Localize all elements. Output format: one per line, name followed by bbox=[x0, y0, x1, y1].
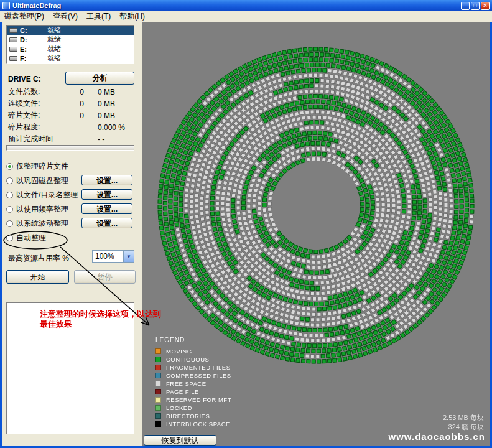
stat-row: 预计完成时间- - bbox=[8, 133, 135, 145]
legend-item: PAGE FILE bbox=[155, 388, 231, 396]
legend-label: LOCKED bbox=[166, 404, 192, 411]
legend-label: INTERBLOCK SPACE bbox=[166, 421, 230, 427]
legend-item: FRAGMENTED FILES bbox=[155, 363, 231, 371]
option-row: 以巩固磁盘整理设置... bbox=[6, 174, 134, 188]
stat-label: 连续文件: bbox=[8, 98, 65, 109]
disk-panel: LEGEND MOVINGCONTIGUOUSFRAGMENTED FILESC… bbox=[142, 22, 490, 446]
stat-count: 0 bbox=[65, 88, 84, 96]
stat-label: 碎片程度: bbox=[8, 122, 65, 133]
stat-count: 0 bbox=[65, 100, 84, 108]
stat-row: 碎片程度:0.000 % bbox=[8, 121, 135, 133]
menu-item-defrag[interactable]: 磁盘整理(P) bbox=[0, 11, 49, 22]
legend-swatch-icon bbox=[155, 397, 161, 403]
legend-swatch-icon bbox=[155, 348, 161, 354]
legend-item: FREE SPACE bbox=[155, 380, 231, 388]
option-label: 以文件/目录名整理 bbox=[16, 190, 78, 200]
option-row: 仅整理碎片文件 bbox=[6, 159, 134, 174]
radio-button[interactable] bbox=[6, 235, 13, 241]
legend-items: MOVINGCONTIGUOUSFRAGMENTED FILESCOMPRESS… bbox=[155, 347, 231, 428]
radio-button[interactable] bbox=[6, 192, 13, 198]
stat-row: 连续文件:00 MB bbox=[8, 98, 135, 110]
menu-item-tools[interactable]: 工具(T) bbox=[82, 11, 115, 22]
start-button[interactable]: 开始 bbox=[6, 270, 69, 284]
stat-size: - - bbox=[84, 135, 135, 144]
legend-label: FRAGMENTED FILES bbox=[166, 364, 231, 371]
progress-bar bbox=[6, 145, 134, 151]
restore-defaults-button[interactable]: 恢复到默认 bbox=[144, 435, 216, 446]
pause-button: 暂停 bbox=[74, 270, 136, 284]
legend-label: CONTIGUOUS bbox=[166, 356, 209, 363]
radio-button[interactable] bbox=[6, 206, 13, 213]
analyze-button[interactable]: 分析 bbox=[65, 72, 134, 85]
resource-usage-value: 100% bbox=[93, 252, 123, 261]
menu-item-help[interactable]: 帮助(H) bbox=[115, 11, 149, 22]
option-label: 自动整理 bbox=[16, 233, 46, 243]
legend-swatch-icon bbox=[155, 381, 161, 386]
menu-bar: 磁盘整理(P) 查看(V) 工具(T) 帮助(H) bbox=[0, 11, 492, 22]
maximize-button[interactable]: □ bbox=[471, 2, 480, 10]
radio-button[interactable] bbox=[6, 163, 13, 170]
resource-usage-label: 最高资源占用率 % bbox=[8, 253, 69, 264]
drive-letter: E: bbox=[20, 45, 34, 53]
settings-button[interactable]: 设置... bbox=[81, 218, 132, 228]
settings-button[interactable]: 设置... bbox=[81, 175, 132, 185]
options-group: 仅整理碎片文件以巩固磁盘整理设置...以文件/目录名整理设置...以使用频率整理… bbox=[6, 159, 134, 245]
legend-item: COMPRESSED FILES bbox=[155, 371, 231, 380]
stat-row: 文件总数:00 MB bbox=[8, 86, 135, 98]
minimize-button[interactable]: – bbox=[461, 2, 470, 10]
drive-status: 就绪 bbox=[47, 44, 61, 54]
option-label: 以使用频率整理 bbox=[16, 204, 68, 215]
drive-row[interactable]: F:就绪 bbox=[7, 54, 134, 63]
close-button[interactable]: ✕ bbox=[481, 2, 490, 10]
drive-row[interactable]: C:就绪 bbox=[7, 26, 134, 35]
drive-row[interactable]: E:就绪 bbox=[7, 44, 134, 54]
stat-label: 文件总数: bbox=[8, 86, 65, 97]
title-bar: UltimateDefrag – □ ✕ bbox=[0, 0, 492, 11]
chevron-down-icon[interactable]: ▼ bbox=[123, 251, 134, 262]
main-area: C:就绪D:就绪E:就绪F:就绪 DRIVE C: 分析 文件总数:00 MB连… bbox=[2, 22, 490, 446]
drive-icon bbox=[9, 37, 17, 42]
drive-row[interactable]: D:就绪 bbox=[7, 35, 134, 44]
option-row: 以文件/目录名整理设置... bbox=[6, 188, 134, 202]
legend-item: CONTIGUOUS bbox=[155, 355, 231, 363]
watermark: www.daocaobbs.cn bbox=[389, 431, 485, 442]
stat-size: 0 MB bbox=[84, 100, 135, 108]
legend-item: RESERVED FOR MFT bbox=[155, 396, 231, 404]
drive-icon bbox=[9, 47, 17, 52]
legend-swatch-icon bbox=[155, 373, 161, 378]
drive-list: C:就绪D:就绪E:就绪F:就绪 bbox=[6, 25, 134, 64]
settings-button[interactable]: 设置... bbox=[81, 189, 132, 200]
stat-label: 碎片文件: bbox=[8, 110, 65, 121]
window-controls: – □ ✕ bbox=[461, 2, 490, 10]
drive-letter: C: bbox=[20, 27, 34, 34]
legend-item: DIRECTORIES bbox=[155, 412, 231, 420]
legend-swatch-icon bbox=[155, 357, 161, 362]
legend-title: LEGEND bbox=[155, 337, 231, 343]
app-icon bbox=[2, 2, 10, 9]
option-row: 以系统波动整理设置... bbox=[6, 217, 134, 231]
option-label: 以系统波动整理 bbox=[16, 218, 68, 229]
stat-count: 0 bbox=[65, 111, 84, 120]
drive-letter: D: bbox=[20, 36, 34, 44]
drive-icon bbox=[9, 28, 17, 33]
radio-button[interactable] bbox=[6, 177, 13, 184]
legend-swatch-icon bbox=[155, 365, 161, 370]
legend-item: LOCKED bbox=[155, 404, 231, 412]
legend-label: MOVING bbox=[166, 348, 192, 355]
block-size-text: 2.53 MB 每块 bbox=[443, 413, 484, 422]
radio-button[interactable] bbox=[6, 220, 13, 227]
option-row: 以使用频率整理设置... bbox=[6, 202, 134, 217]
settings-button[interactable]: 设置... bbox=[81, 203, 132, 214]
menu-item-view[interactable]: 查看(V) bbox=[49, 11, 82, 22]
app-window: UltimateDefrag – □ ✕ 磁盘整理(P) 查看(V) 工具(T)… bbox=[0, 0, 492, 448]
legend-label: DIRECTORIES bbox=[166, 413, 210, 419]
legend-swatch-icon bbox=[155, 405, 161, 411]
drive-icon bbox=[9, 56, 17, 61]
block-info: 2.53 MB 每块 324 簇 每块 bbox=[443, 413, 484, 432]
legend-label: COMPRESSED FILES bbox=[166, 372, 231, 379]
resource-usage-dropdown[interactable]: 100% ▼ bbox=[92, 250, 134, 263]
option-label: 以巩固磁盘整理 bbox=[16, 175, 68, 186]
stat-size: 0 MB bbox=[84, 88, 135, 96]
legend-label: FREE SPACE bbox=[166, 380, 206, 387]
legend-swatch-icon bbox=[155, 413, 161, 419]
